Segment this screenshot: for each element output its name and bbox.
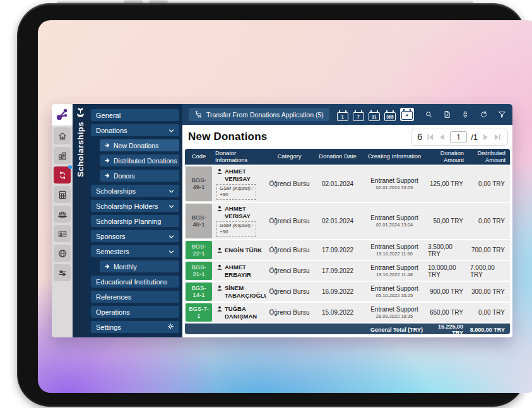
- sidebar-menu-item[interactable]: Settings: [91, 321, 179, 333]
- sidebar-menu-item[interactable]: Distributed Donations: [100, 154, 179, 166]
- last-page-icon[interactable]: [494, 133, 502, 141]
- page-number-input[interactable]: [450, 131, 467, 143]
- sidebar-menu-item[interactable]: Scholarships: [91, 185, 179, 197]
- calendar-filter-button[interactable]: 365: [384, 110, 396, 121]
- search-icon[interactable]: [425, 110, 433, 119]
- menu-item-label: Distributed Donations: [114, 157, 177, 165]
- tablet-device: Scholarships General Donations New Donat…: [0, 0, 532, 408]
- card-icon: [57, 229, 68, 239]
- sidebar-menu-item[interactable]: Semesters: [91, 245, 179, 257]
- menu-item-label: Semesters: [96, 248, 129, 255]
- first-page-icon[interactable]: [426, 133, 434, 141]
- table-row[interactable]: BGS-7-1 TUĞBA DANIŞMAN Öğrenci Bursu 15.…: [185, 303, 510, 322]
- next-page-icon[interactable]: [482, 133, 490, 141]
- donation-date-cell: 15.09.2022: [312, 303, 363, 322]
- transfer-from-donations-button[interactable]: Transfer From Donations Application (5): [189, 108, 329, 121]
- table-row[interactable]: BGS-22-1 ENGİN TÜRK Öğrenci Bursu 17.09.…: [185, 240, 510, 260]
- home-icon: [57, 131, 68, 141]
- column-header[interactable]: Category: [266, 149, 312, 165]
- donator-name: AHMET VERISAY: [225, 168, 264, 182]
- prev-page-icon[interactable]: [438, 133, 446, 141]
- general-total-label: General Total (TRY): [185, 327, 426, 333]
- column-header[interactable]: Donation Date: [312, 149, 363, 165]
- menu-item-label: Sponsors: [96, 233, 125, 240]
- gsm-box: GSM (Kişisel) : +90: [216, 184, 256, 200]
- menu-item-label: Donors: [114, 172, 135, 180]
- creator-name: Entranet Support: [370, 177, 418, 185]
- table-row[interactable]: BGS-49-1 AHMET VERISAY GSM (Kişisel) : +…: [185, 166, 510, 202]
- donator-name: TUĞBA DANIŞMAN: [225, 305, 264, 320]
- calendar-filter-button[interactable]: 1: [337, 110, 348, 121]
- person-icon: [216, 206, 223, 212]
- table-row[interactable]: BGS-48-1 AHMET VERISAY GSM (Kişisel) : +…: [185, 203, 510, 239]
- institutions-button[interactable]: [54, 147, 71, 164]
- sidebar-menu-item[interactable]: Monthly: [100, 260, 179, 272]
- donator-name: SİNEM TABAKÇIOĞLU: [225, 284, 266, 299]
- chevron-down-icon: [168, 233, 174, 240]
- sidebar-menu-item[interactable]: General: [91, 109, 179, 121]
- creating-info-cell: Entranet Support 19.10.2022 11:48: [363, 261, 426, 281]
- created-timestamp: 19.10.2022 11:48: [376, 272, 413, 277]
- web-button[interactable]: [54, 245, 71, 262]
- donation-date-cell: 17.09.2022: [312, 240, 363, 260]
- hand-truck-icon: [194, 110, 203, 119]
- sidebar-menu-item[interactable]: Educational Institutions: [91, 276, 179, 288]
- sliders-icon: [57, 268, 68, 278]
- topbar: Transfer From Donations Application (5) …: [182, 104, 512, 125]
- column-header[interactable]: Creating Information: [363, 149, 426, 165]
- sidebar-menu: General Donations New Donations Distribu: [88, 104, 182, 337]
- gsm-label: GSM (Kişisel) :: [220, 185, 253, 192]
- calendar-icon: 365: [384, 112, 396, 121]
- sidebar-menu-item[interactable]: Donations: [91, 124, 179, 136]
- people-button[interactable]: [54, 206, 71, 223]
- menu-item-label: Scholarship Planning: [96, 218, 161, 225]
- column-header[interactable]: Distributed Amount: [468, 149, 510, 165]
- code-badge: BGS-14-1: [186, 283, 212, 301]
- chevron-down-icon: [168, 202, 174, 210]
- sync-icon: [57, 170, 68, 180]
- donator-cell: TUĞBA DANIŞMAN: [213, 303, 266, 322]
- sidebar-menu-item[interactable]: Scholarship Holders: [91, 200, 179, 212]
- column-header[interactable]: Code: [185, 149, 213, 165]
- sidebar-menu-item[interactable]: Sponsors: [91, 230, 179, 242]
- gsm-label: GSM (Kişisel) :: [220, 223, 253, 229]
- column-header[interactable]: Donator Informations: [213, 149, 266, 165]
- cards-button[interactable]: [54, 225, 71, 242]
- sidebar-menu-item[interactable]: New Donations: [100, 139, 179, 151]
- chevron-down-icon: [168, 187, 174, 195]
- table-row[interactable]: BGS-14-1 SİNEM TABAKÇIOĞLU Öğrenci Bursu…: [185, 282, 510, 301]
- filter-icon[interactable]: [498, 110, 506, 119]
- donator-name: AHMET VERISAY: [225, 205, 264, 219]
- creator-name: Entranet Support: [370, 214, 418, 223]
- sort-icon[interactable]: [461, 110, 470, 119]
- distributed-amount-cell: 0,00 TRY: [468, 203, 510, 239]
- sidebar-menu-item[interactable]: Operations: [91, 306, 179, 318]
- submenu-arrow-icon: [105, 157, 110, 165]
- sidebar-menu-item[interactable]: Scholarship Planning: [91, 215, 179, 227]
- preferences-button[interactable]: [54, 264, 71, 281]
- page-header: New Donations 6 /1: [182, 125, 512, 149]
- calendar-filter-button[interactable]: 31: [369, 110, 380, 121]
- donation-amount-cell: 900,00 TRY: [426, 282, 468, 301]
- column-header[interactable]: Donation Amount: [426, 149, 468, 165]
- donation-amount-cell: 125,00 TRY: [426, 166, 468, 202]
- accounting-button[interactable]: [54, 186, 71, 203]
- calendar-filter-button[interactable]: ★: [400, 108, 414, 121]
- export-file-icon[interactable]: [443, 110, 451, 119]
- home-button[interactable]: [54, 127, 71, 144]
- sidebar-menu-item[interactable]: References: [91, 291, 179, 303]
- table-row[interactable]: BGS-21-1 AHMET ERBAYIR Öğrenci Bursu 17.…: [185, 261, 510, 281]
- created-timestamp: 05.10.2022 16:25: [376, 293, 413, 298]
- gsm-value: +90: [220, 192, 253, 198]
- refresh-icon[interactable]: [480, 110, 488, 119]
- creator-name: Entranet Support: [370, 243, 418, 252]
- calendar-filter-button[interactable]: 7: [353, 110, 364, 121]
- category-cell: Öğrenci Bursu: [266, 166, 312, 202]
- gear-icon[interactable]: [167, 323, 174, 331]
- transfer-button-label: Transfer From Donations Application (5): [206, 111, 324, 119]
- category-cell: Öğrenci Bursu: [266, 282, 312, 301]
- menu-item-label: New Donations: [114, 142, 158, 149]
- scholarships-module-button[interactable]: [54, 166, 71, 184]
- sidebar-menu-item[interactable]: Donors: [100, 170, 179, 182]
- code-badge: BGS-22-1: [186, 241, 212, 259]
